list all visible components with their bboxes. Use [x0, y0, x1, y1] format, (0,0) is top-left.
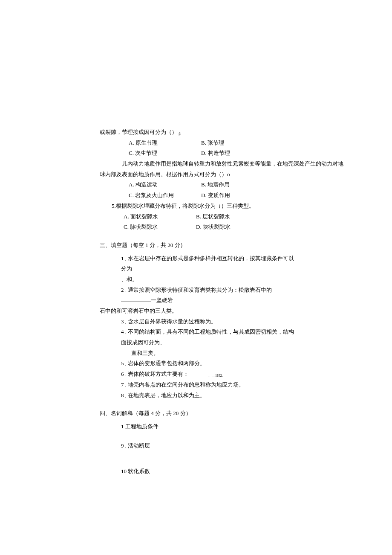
fill-q3-text: 含水层自外界获得水量的过程称为。 — [126, 318, 216, 325]
q4-option-b: B. 地震作用 — [201, 180, 230, 190]
q3-options-row2: C. 次生节理 D. 构造节理 — [100, 148, 294, 159]
fill-q5: 5 . 岩体的变形通常包括和两部分。 — [100, 358, 294, 369]
q3-stem-continuation: 或裂隙，节理按成因可分为（） β — [100, 127, 294, 138]
fill-q2: 2 . 通常按照空隙形状特征和发育岩类将其分为：松散岩石中的 一坚硬岩 — [100, 285, 294, 306]
fill-q6-text: 岩体的破坏方式主要有： — [128, 371, 189, 377]
term-q10-text: 10 软化系数 — [121, 468, 150, 474]
q4-stem-text-1: 儿内动力地质作用是指地球自转重力和放射性元素蜕变等能量，在地壳深处产生的动力对地 — [122, 160, 343, 167]
q4-stem-line2: 球内部及表面的地质作用。根据作用方式可分为（）o — [100, 169, 294, 180]
q4-option-d: D. 变质作用 — [201, 190, 230, 201]
fill-q3-num: 3 — [121, 318, 125, 325]
q3-option-d: D. 构造节理 — [201, 148, 230, 159]
term-q1: 1 工程地质条件 — [100, 421, 294, 432]
fill-q5-text: 岩体的变形通常包括和两部分。 — [126, 360, 205, 366]
stem-text: 或裂隙，节理按成因可分为（） — [100, 129, 179, 135]
q5-stem: 5.根据裂隙水埋藏分布特征，将裂隙水分为（）三种类型。 — [100, 201, 294, 212]
q5-option-b: B. 层状裂隙水 — [196, 212, 230, 222]
term-q9-text: 活动断层 — [126, 442, 150, 449]
section-3-title: 三、填空题（每空 1 分，共 20 分） — [100, 242, 186, 248]
q4-option-c: C. 岩浆及火山作用 — [129, 190, 201, 201]
dot-icon: . — [125, 288, 127, 293]
fill-q2-cont-text: 石中的和可溶岩石中的三大类。 — [100, 308, 177, 314]
section-3-header: 三、填空题（每空 1 分，共 20 分） — [100, 240, 294, 251]
q4-stem-text-2: 球内部及表面的地质作用。根据作用方式可分为（）o — [100, 171, 230, 177]
term-q9-num: 9 — [121, 442, 125, 449]
fill-q7: 7 . 地壳内各点的在空间分布的总和称为地应力场。 — [100, 380, 294, 390]
term-q9: 9 . 活动断层 — [100, 441, 294, 451]
fill-q7-num: 7 — [121, 381, 125, 388]
fill-q4-text: 不同的结构面，具有不同的工程地质特性，与其成因密切相关，结构面按成因可分为、 — [121, 328, 294, 346]
term-q10: 10 软化系数 — [100, 466, 294, 477]
dot-icon: . — [125, 256, 127, 261]
fill-q8: 8 . 在地壳表层，地应力以和为主。 — [100, 390, 294, 401]
q3-option-b: B. 张节理 — [201, 138, 224, 148]
fill-q6: 6 . 岩体的破坏方式主要有： 、__1182. — [100, 369, 294, 380]
fill-q1-num: 1 — [121, 255, 125, 262]
q4-option-a: A. 构造运动 — [129, 180, 201, 190]
q3-options-row1: A. 原生节理 B. 张节理 — [100, 138, 294, 148]
fill-q1-cont-text: 、和。 — [121, 276, 138, 282]
fill-q3: 3 . 含水层自外界获得水量的过程称为。 — [100, 317, 294, 327]
fill-q7-text: 地壳内各点的在空间分布的总和称为地应力场。 — [126, 381, 244, 388]
q5-options-row1: A. 面状裂隙水 B. 层状裂隙水 — [100, 212, 294, 222]
q4-options-row2: C. 岩浆及火山作用 D. 变质作用 — [100, 190, 294, 201]
dot-icon: . — [125, 372, 127, 377]
fill-q8-text: 在地壳表层，地应力以和为主。 — [126, 392, 205, 398]
dot-icon: . — [125, 330, 127, 335]
fill-q1-cont: 、和。 — [100, 274, 294, 285]
section-4-title: 四、名词解释（每题 4 分，共 20 分） — [100, 410, 191, 416]
q5-stem-text: 5.根据裂隙水埋藏分布特征，将裂隙水分为（）三种类型。 — [112, 203, 254, 209]
q5-option-d: D. 块状裂隙水 — [196, 222, 231, 232]
q3-option-a: A. 原生节理 — [129, 138, 201, 148]
fill-q1-text: 水在岩层中存在的形式是多种多样并相互转化的，按其埋藏条件可以分为 — [121, 255, 294, 272]
fill-q5-num: 5 — [121, 360, 125, 366]
section-4-header: 四、名词解释（每题 4 分，共 20 分） — [100, 408, 294, 419]
fill-q6-subscript: 、__1182. — [208, 374, 223, 378]
fill-q4-cont-text: 直和三类。 — [131, 350, 159, 356]
fill-q4-num: 4 — [121, 328, 125, 335]
q3-option-c: C. 次生节理 — [129, 148, 201, 159]
fill-q2-text-a: 通常按照空隙形状特征和发育岩类将其分为：松散岩石中的 — [128, 287, 272, 293]
q4-stem-line1: 儿内动力地质作用是指地球自转重力和放射性元素蜕变等能量，在地壳深处产生的动力对地 — [100, 159, 294, 169]
q5-option-c: C. 脉状裂隙水 — [124, 222, 196, 232]
fill-q2-text-b: 一坚硬岩 — [151, 297, 173, 303]
q4-options-row1: A. 构造运动 B. 地震作用 — [100, 180, 294, 190]
term-q1-text: 1 工程地质条件 — [121, 423, 159, 430]
fill-q4-cont: 直和三类。 — [100, 348, 294, 359]
subscript-beta: β — [179, 131, 181, 136]
fill-q4: 4 . 不同的结构面，具有不同的工程地质特性，与其成因密切相关，结构面按成因可分… — [100, 327, 294, 348]
fill-q2-num: 2 — [121, 287, 125, 293]
fill-q8-num: 8 — [121, 392, 125, 398]
fill-q2-cont: 石中的和可溶岩石中的三大类。 — [100, 306, 294, 317]
blank-underline — [121, 297, 151, 302]
fill-q1: 1 . 水在岩层中存在的形式是多种多样并相互转化的，按其埋藏条件可以分为 — [100, 253, 294, 274]
fill-q6-num: 6 — [121, 371, 125, 377]
q5-options-row2: C. 脉状裂隙水 D. 块状裂隙水 — [100, 222, 294, 232]
q5-option-a: A. 面状裂隙水 — [124, 212, 196, 222]
